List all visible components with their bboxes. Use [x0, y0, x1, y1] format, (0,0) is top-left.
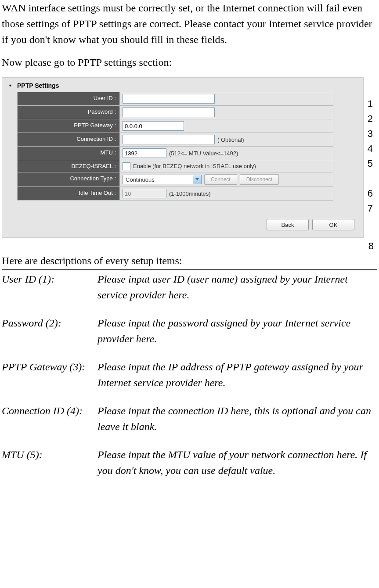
desc-term: User ID (1): [2, 271, 97, 287]
desc-term: MTU (5): [2, 447, 97, 463]
row-mtu: MTU : (512<= MTU Value<=1492) [17, 147, 333, 160]
row-connection-type: Connection Type : Continuous Connect Dis… [17, 172, 333, 187]
desc-row-user-id: User ID (1): Please input user ID (user … [2, 271, 377, 303]
callout-7: 7 [368, 201, 377, 216]
back-button[interactable]: Back [267, 219, 309, 230]
pptp-settings-screenshot: PPTP Settings User ID : Password : PPTP … [2, 77, 377, 238]
label-user-id: User ID : [17, 92, 120, 106]
hint-connection-id: ( Optional) [217, 136, 244, 143]
callout-6: 6 [368, 186, 377, 201]
input-pptp-gateway[interactable] [123, 121, 184, 131]
hint-mtu: (512<= MTU Value<=1492) [169, 150, 238, 157]
input-idle-timeout[interactable] [123, 189, 166, 198]
ok-button[interactable]: OK [312, 219, 354, 230]
callouts-column: 1 2 3 4 5 6 7 [368, 97, 377, 216]
desc-term: PPTP Gateway (3): [2, 359, 97, 375]
checkbox-bezeq[interactable] [123, 162, 130, 170]
row-password: Password : [17, 106, 333, 119]
desc-term: Password (2): [2, 315, 97, 331]
chevron-down-icon [195, 178, 199, 180]
select-connection-type[interactable]: Continuous [123, 175, 202, 184]
row-bezeq: BEZEQ-ISRAEL : Enable (for BEZEQ network… [17, 160, 333, 172]
row-user-id: User ID : [17, 92, 333, 106]
desc-row-mtu: MTU (5): Please input the MTU value of y… [2, 447, 377, 478]
select-value: Continuous [126, 176, 155, 183]
label-password: Password : [17, 106, 120, 119]
row-connection-id: Connection ID : ( Optional) [17, 133, 333, 147]
desc-body: Please input user ID (user name) assigne… [97, 271, 377, 303]
row-pptp-gateway: PPTP Gateway : [17, 119, 333, 133]
callout-8: 8 [368, 240, 374, 252]
callout-3: 3 [368, 126, 377, 141]
label-pptp-gateway: PPTP Gateway : [17, 119, 120, 133]
desc-body: Please input the password assigned by yo… [97, 315, 377, 347]
divider [2, 269, 377, 270]
desc-row-pptp-gateway: PPTP Gateway (3): Please input the IP ad… [2, 359, 377, 391]
row-idle-timeout: Idle Time Out : (1-1000minutes) [17, 187, 333, 201]
intro-paragraph-1: WAN interface settings must be correctly… [2, 0, 377, 47]
callout-4: 4 [368, 141, 377, 156]
input-connection-id[interactable] [123, 135, 215, 144]
input-mtu[interactable] [123, 148, 166, 158]
label-connection-id: Connection ID : [17, 133, 120, 147]
callout-1: 1 [368, 97, 377, 111]
panel-title: PPTP Settings [2, 82, 363, 92]
callout-5: 5 [368, 156, 377, 171]
hint-idle-timeout: (1-1000minutes) [169, 190, 211, 197]
desc-body: Please input the MTU value of your netwo… [97, 447, 377, 478]
label-bezeq: BEZEQ-ISRAEL : [17, 160, 120, 172]
label-idle-timeout: Idle Time Out : [17, 187, 120, 201]
label-mtu: MTU : [17, 147, 120, 160]
desc-body: Please input the IP address of PPTP gate… [97, 359, 377, 391]
intro-paragraph-2: Now please go to PPTP settings section: [2, 54, 377, 70]
disconnect-button[interactable]: Disconnect [240, 174, 279, 185]
callout-2: 2 [368, 111, 377, 126]
input-user-id[interactable] [123, 94, 215, 104]
desc-row-password: Password (2): Please input the password … [2, 315, 377, 347]
hint-bezeq: Enable (for BEZEQ network in ISRAEL use … [133, 163, 256, 169]
desc-row-connection-id: Connection ID (4): Please input the conn… [2, 403, 377, 434]
descriptions-intro: Here are descriptions of every setup ite… [2, 253, 377, 269]
input-password[interactable] [123, 108, 215, 117]
desc-term: Connection ID (4): [2, 403, 97, 419]
label-connection-type: Connection Type : [17, 172, 120, 187]
desc-body: Please input the connection ID here, thi… [97, 403, 377, 434]
connect-button[interactable]: Connect [204, 174, 237, 185]
